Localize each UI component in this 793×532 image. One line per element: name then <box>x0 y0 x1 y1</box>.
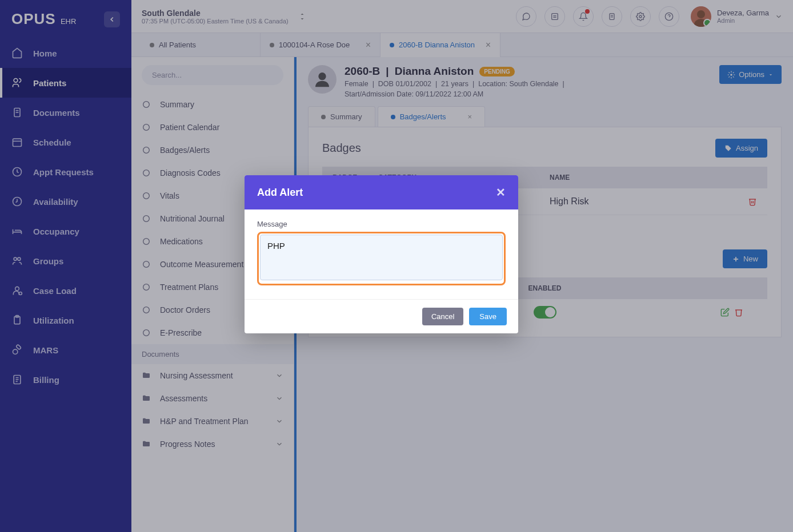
message-textarea[interactable]: PHP <box>260 235 503 280</box>
message-label: Message <box>257 220 506 228</box>
add-alert-modal: Add Alert ✕ Message PHP Cancel Save <box>245 175 518 333</box>
cancel-button[interactable]: Cancel <box>422 308 463 325</box>
modal-title: Add Alert <box>257 187 303 199</box>
save-button[interactable]: Save <box>469 308 507 325</box>
close-icon[interactable]: ✕ <box>496 186 506 199</box>
